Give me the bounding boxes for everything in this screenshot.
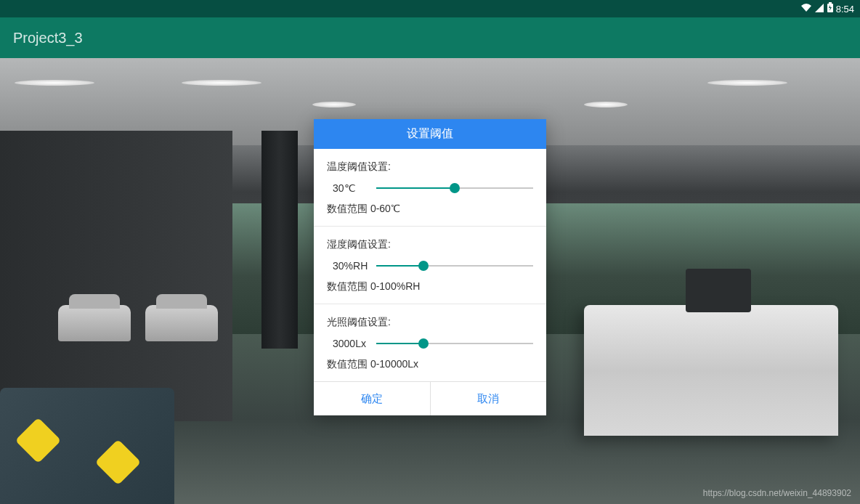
humidity-value: 30%RH (333, 260, 369, 272)
bg-desk (584, 305, 838, 436)
slider-thumb[interactable] (450, 183, 460, 193)
temperature-label: 温度阈值设置: (327, 160, 533, 174)
temperature-slider-row: 30℃ (327, 182, 533, 194)
bg-light (182, 80, 261, 86)
slider-fill (376, 343, 423, 344)
threshold-dialog: 设置阈值 温度阈值设置: 30℃ 数值范围 0-60℃ 湿度阈值设置: 30%R… (314, 119, 546, 415)
temperature-slider[interactable] (376, 187, 533, 189)
content-area: 设置阈值 温度阈值设置: 30℃ 数值范围 0-60℃ 湿度阈值设置: 30%R… (0, 58, 860, 504)
humidity-slider-row: 30%RH (327, 260, 533, 272)
battery-icon (827, 2, 834, 15)
bg-pillar (261, 131, 298, 349)
light-slider[interactable] (376, 343, 533, 344)
bg-light (584, 102, 628, 107)
light-value: 3000Lx (333, 338, 369, 349)
humidity-range: 数值范围 0-100%RH (327, 280, 533, 293)
light-range: 数值范围 0-10000Lx (327, 358, 533, 371)
light-slider-row: 3000Lx (327, 338, 533, 349)
app-bar: Project3_3 (0, 17, 860, 58)
cancel-button[interactable]: 取消 (431, 382, 547, 415)
bg-light (15, 80, 94, 86)
dialog-actions: 确定 取消 (314, 382, 546, 415)
dialog-body: 温度阈值设置: 30℃ 数值范围 0-60℃ 湿度阈值设置: 30%RH (314, 149, 546, 382)
light-section: 光照阈值设置: 3000Lx 数值范围 0-10000Lx (314, 304, 546, 382)
temperature-range: 数值范围 0-60℃ (327, 203, 533, 216)
humidity-slider[interactable] (376, 265, 533, 267)
status-icons: 8:54 (800, 2, 854, 15)
humidity-label: 湿度阈值设置: (327, 238, 533, 251)
slider-fill (376, 187, 455, 189)
bg-structure (0, 131, 232, 421)
slider-fill (376, 265, 423, 267)
wifi-icon (800, 3, 812, 15)
watermark: https://blog.csdn.net/weixin_44893902 (703, 488, 851, 498)
status-time: 8:54 (836, 4, 854, 15)
bg-cushion (95, 439, 142, 486)
slider-thumb[interactable] (418, 338, 429, 349)
dialog-title: 设置阈值 (314, 119, 546, 149)
bg-sofa (0, 388, 174, 504)
bg-car (58, 305, 131, 341)
bg-car (145, 305, 218, 341)
light-label: 光照阈值设置: (327, 316, 533, 329)
bg-light (312, 102, 356, 107)
confirm-button[interactable]: 确定 (314, 382, 431, 415)
humidity-section: 湿度阈值设置: 30%RH 数值范围 0-100%RH (314, 227, 546, 304)
bg-light (707, 80, 787, 86)
status-bar: 8:54 (0, 0, 860, 17)
svg-rect-1 (829, 2, 832, 4)
temperature-section: 温度阈值设置: 30℃ 数值范围 0-60℃ (314, 149, 546, 227)
signal-icon (814, 3, 824, 15)
app-title: Project3_3 (13, 30, 83, 46)
temperature-value: 30℃ (333, 182, 369, 194)
bg-cushion (15, 418, 62, 464)
slider-thumb[interactable] (418, 261, 429, 271)
